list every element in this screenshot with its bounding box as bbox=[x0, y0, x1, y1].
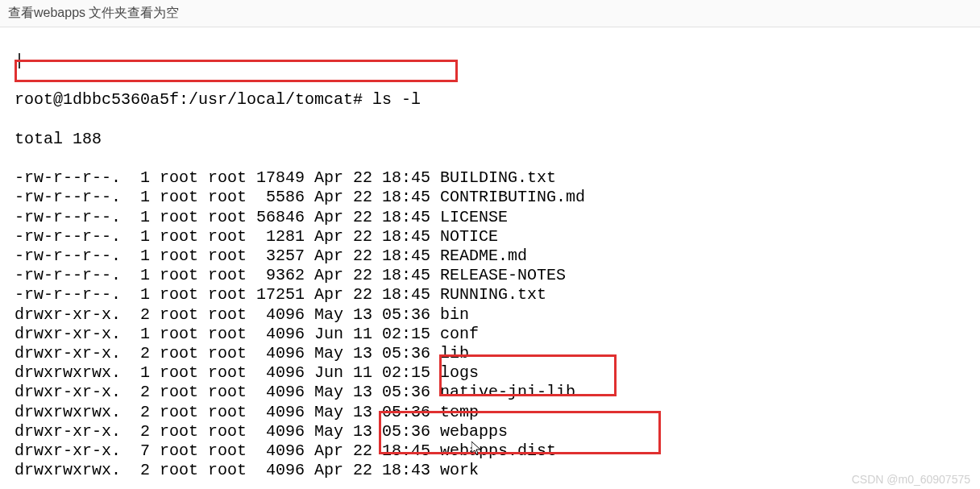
cursor-line: | bbox=[15, 52, 980, 71]
listing-row: -rw-r--r--. 1 root root 1281 Apr 22 18:4… bbox=[15, 227, 980, 247]
listing-row: drwxrwxrwx. 2 root root 4096 May 13 05:3… bbox=[15, 403, 980, 422]
watermark-text: CSDN @m0_60907575 bbox=[852, 473, 970, 486]
terminal-output[interactable]: | root@1dbbc5360a5f:/usr/local/tomcat# l… bbox=[0, 27, 980, 489]
listing-row: -rw-r--r--. 1 root root 56846 Apr 22 18:… bbox=[15, 208, 980, 227]
listing-row: -rw-r--r--. 1 root root 5586 Apr 22 18:4… bbox=[15, 188, 980, 207]
listing-row: drwxrwxrwx. 2 root root 4096 Apr 22 18:4… bbox=[15, 461, 980, 480]
header-title: 查看webapps 文件夹查看为空 bbox=[0, 0, 980, 27]
listing-row: drwxr-xr-x. 2 root root 4096 May 13 05:3… bbox=[15, 422, 980, 441]
command-ls: ls -l bbox=[372, 90, 421, 109]
listing-row: -rw-r--r--. 1 root root 17849 Apr 22 18:… bbox=[15, 168, 980, 188]
total-line: total 188 bbox=[15, 130, 980, 149]
listing-row: drwxr-xr-x. 2 root root 4096 May 13 05:3… bbox=[15, 383, 980, 402]
listing-row: drwxr-xr-x. 1 root root 4096 Jun 11 02:1… bbox=[15, 325, 980, 344]
listing-row: drwxr-xr-x. 7 root root 4096 Apr 22 18:4… bbox=[15, 441, 980, 461]
listing-row: -rw-r--r--. 1 root root 17251 Apr 22 18:… bbox=[15, 285, 980, 305]
listing-row: drwxrwxrwx. 1 root root 4096 Jun 11 02:1… bbox=[15, 363, 980, 383]
listing-row: -rw-r--r--. 1 root root 3257 Apr 22 18:4… bbox=[15, 247, 980, 266]
listing-row: -rw-r--r--. 1 root root 9362 Apr 22 18:4… bbox=[15, 266, 980, 285]
listing-row: drwxr-xr-x. 2 root root 4096 May 13 05:3… bbox=[15, 344, 980, 363]
prompt-line-1: root@1dbbc5360a5f:/usr/local/tomcat# ls … bbox=[15, 90, 980, 110]
listing-row: drwxr-xr-x. 2 root root 4096 May 13 05:3… bbox=[15, 305, 980, 325]
